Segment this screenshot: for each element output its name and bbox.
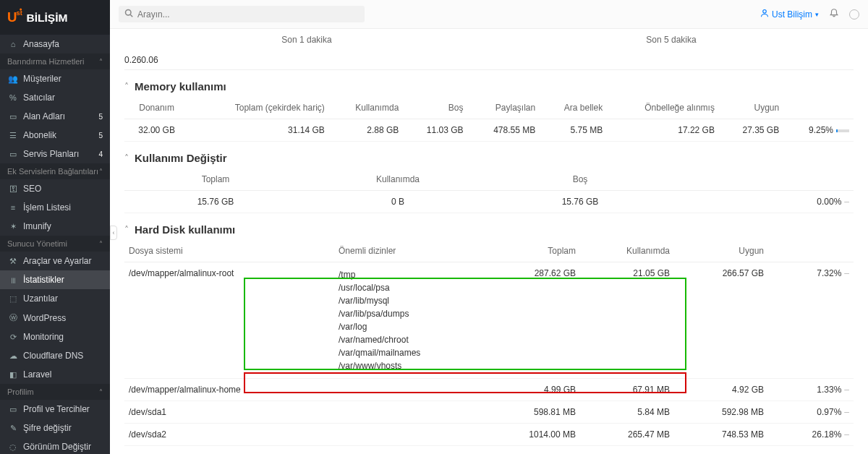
section-memory-title: Memory kullanımı (135, 80, 226, 93)
section-swap-head[interactable]: ˄ Kullanımı Değiştir (124, 152, 854, 164)
chevron-up-icon: ˄ (124, 82, 129, 92)
sidebar-item-label: Araçlar ve Ayarlar (23, 256, 103, 266)
table-cell: 592.98 MB (674, 401, 768, 424)
sidebar-item[interactable]: ⬚Uzantılar (0, 289, 110, 308)
sidebar-item[interactable]: ⓦWordPress (0, 308, 110, 327)
sidebar-item-label: Uzantılar (23, 294, 103, 304)
logo-svg: U st BİLİŞİM (7, 7, 97, 27)
sidebar-item[interactable]: ▭Alan Adları5 (0, 107, 110, 126)
sidebar-section-profile[interactable]: Profilim˄ (0, 384, 110, 400)
section-memory-head[interactable]: ˄ Memory kullanımı (124, 80, 854, 93)
sidebar-item-label: Görünüm Değiştir (23, 442, 103, 452)
load-1m-value: 0.26 (124, 51, 141, 69)
nav-icon: ✶ (7, 222, 19, 231)
section-swap-title: Kullanımı Değiştir (135, 152, 227, 164)
sidebar-item[interactable]: ⌂Anasayfa (0, 35, 110, 53)
content: Son 1 dakika Son 5 dakika 0.26 0.06 ˄ Me… (110, 29, 868, 454)
load-1m-label: Son 1 dakika (124, 32, 489, 48)
col-header (768, 240, 854, 262)
sidebar-item-label: Laravel (23, 369, 103, 380)
sidebar-item[interactable]: 👥Müşteriler (0, 69, 110, 88)
sidebar-item[interactable]: ▭Profil ve Tercihler (0, 400, 110, 419)
col-header (671, 168, 854, 191)
table-row: /dev/sda21014.00 MB265.47 MB748.53 MB26.… (124, 424, 854, 446)
sidebar-item-label: Profil ve Tercihler (23, 404, 103, 414)
section-disk-title: Hard Disk kullanımı (135, 223, 235, 236)
search-icon (124, 9, 133, 20)
nav-icon: ⚒ (7, 257, 19, 266)
sidebar-section-hosting[interactable]: Barındırma Hizmetleri˄ (0, 53, 110, 69)
sidebar-item[interactable]: ▭Servis Planları4 (0, 145, 110, 163)
search-input[interactable] (137, 9, 359, 20)
sidebar-item[interactable]: %Satıcılar (0, 88, 110, 107)
nav-icon: ⓦ (7, 312, 19, 323)
sidebar-item[interactable]: ✎Şifre değiştir (0, 419, 110, 437)
help-icon[interactable] (849, 9, 859, 20)
nav-icon: % (7, 93, 19, 102)
sidebar-item[interactable]: ◧Laravel (0, 365, 110, 384)
sidebar-item-label: Müşteriler (23, 74, 103, 84)
chevron-up-icon: ˄ (124, 225, 129, 235)
table-cell: 1014.00 MB (457, 424, 580, 446)
sidebar-item-label: İstatistikler (23, 275, 103, 285)
table-cell: 0 B (307, 191, 489, 213)
table-cell: 27.35 GB (719, 119, 783, 142)
sidebar: U st BİLİŞİM ⌂Anasayfa Barındırma Hizmet… (0, 0, 110, 454)
user-icon (760, 9, 769, 20)
dirs-cell: /tmp/usr/local/psa/var/lib/mysql/var/lib… (334, 262, 457, 379)
table-cell: 5.75 MB (540, 119, 607, 142)
table-cell: 32.00 GB (124, 119, 189, 142)
table-cell: 11.03 GB (403, 119, 467, 142)
bell-icon[interactable] (829, 8, 839, 20)
load-5m-label: Son 5 dakika (489, 32, 854, 48)
sidebar-item[interactable]: ⚒Araçlar ve Ayarlar (0, 252, 110, 270)
table-row: /dev/mapper/almalinux-home4.99 GB67.91 M… (124, 379, 854, 401)
chevron-up-icon: ˄ (99, 388, 103, 396)
sidebar-item[interactable]: ⫼İstatistikler (0, 270, 110, 289)
fs-cell: /dev/mapper/almalinux-home (124, 379, 334, 401)
sidebar-item[interactable]: ◌Görünüm Değiştir (0, 437, 110, 454)
sidebar-item-label: Şifre değiştir (23, 423, 103, 433)
sidebar-section-server[interactable]: Sunucu Yönetimi˄ (0, 236, 110, 252)
sidebar-section-ext[interactable]: Ek Servislerin Bağlantıları˄ (0, 163, 110, 179)
nav-icon: ≡ (7, 203, 19, 212)
search-box[interactable] (119, 6, 365, 22)
sidebar-item[interactable]: ☁Cloudflare DNS (0, 346, 110, 365)
table-cell: 478.55 MB (468, 119, 540, 142)
col-header: Uygun (719, 97, 783, 119)
user-menu[interactable]: Ust Bilişim ▾ (760, 9, 819, 20)
table-cell: 2.88 GB (329, 119, 404, 142)
brand-logo[interactable]: U st BİLİŞİM (0, 0, 110, 35)
sidebar-item[interactable]: ⚿SEO (0, 179, 110, 198)
topbar: Ust Bilişim ▾ (110, 0, 868, 29)
table-cell: 748.53 MB (674, 424, 768, 446)
table-cell: 15.76 GB (489, 191, 671, 213)
nav-icon: ⬚ (7, 294, 19, 304)
col-header: Boş (489, 168, 671, 191)
table-cell: 17.22 GB (607, 119, 719, 142)
nav-icon: ◧ (7, 370, 19, 380)
col-header: Toplam (457, 240, 580, 262)
sidebar-item-label: Alan Adları (23, 111, 98, 121)
fs-cell: /dev/sda2 (124, 424, 334, 446)
svg-point-4 (126, 10, 132, 16)
table-cell: 4.92 GB (674, 379, 768, 401)
table-cell: 4.99 GB (457, 379, 580, 401)
col-header: Toplam (çekirdek hariç) (189, 97, 329, 119)
sidebar-item[interactable]: ☰Abonelik5 (0, 126, 110, 145)
section-disk-head[interactable]: ˄ Hard Disk kullanımı (124, 223, 854, 236)
col-header: Donanım (124, 97, 189, 119)
sidebar-item[interactable]: ✶Imunify (0, 217, 110, 236)
sidebar-item[interactable]: ≡İşlem Listesi (0, 198, 110, 217)
col-header: Kullanımda (580, 240, 674, 262)
sidebar-item-label: SEO (23, 184, 103, 194)
nav-icon: ☰ (7, 131, 19, 140)
col-header: Önemli dizinler (334, 240, 457, 262)
table-cell: 15.76 GB (124, 191, 307, 213)
col-header: Kullanımda (307, 168, 489, 191)
nav-icon: ⚿ (7, 184, 19, 193)
sidebar-item[interactable]: ⟳Monitoring (0, 327, 110, 346)
table-cell: 9.25% (783, 119, 854, 142)
nav-icon: ▭ (7, 112, 19, 121)
sidebar-item-label: Imunify (23, 221, 103, 231)
